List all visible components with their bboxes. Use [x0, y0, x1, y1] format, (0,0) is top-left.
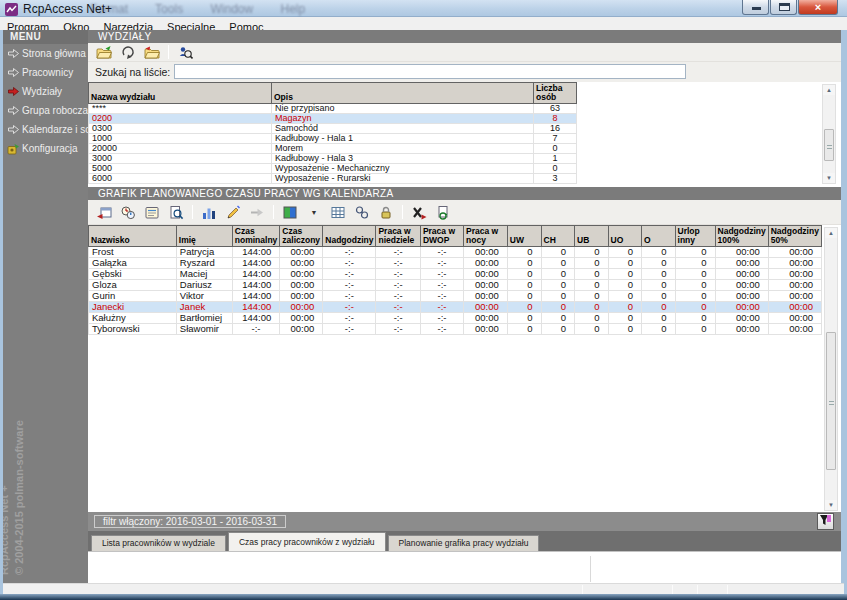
- departments-scrollbar[interactable]: ▲ ▼: [822, 84, 836, 184]
- filter-status: filtr włączony: 2016-03-01 - 2016-03-31: [94, 515, 286, 528]
- table-row[interactable]: TyborowskiSławomir-:-00:00-:--:--:-00:00…: [89, 324, 822, 335]
- column-header[interactable]: UB: [575, 226, 608, 247]
- sidebar-item-konfiguracja[interactable]: Konfiguracja: [3, 139, 88, 158]
- lock-icon[interactable]: [375, 203, 397, 221]
- sidebar-item-strona-główna[interactable]: Strona główna: [3, 44, 88, 63]
- sidebar-item-label: Pracownicy: [22, 67, 73, 78]
- new-folder-icon[interactable]: [93, 43, 115, 61]
- cell: 0: [675, 247, 715, 258]
- column-header[interactable]: Czas nominalny: [232, 226, 280, 247]
- close-button[interactable]: ×: [798, 0, 838, 15]
- ghost-menu-artifact: Format Tools Window Help: [90, 2, 305, 16]
- column-header[interactable]: UO: [608, 226, 642, 247]
- schedule-scrollbar[interactable]: ▲ ▼: [824, 227, 838, 511]
- table-row[interactable]: 6000Wyposażenie - Rurarski3: [89, 174, 577, 184]
- redo-icon[interactable]: [117, 43, 139, 61]
- column-header[interactable]: Liczba osób: [534, 83, 577, 104]
- edit-icon[interactable]: [222, 203, 244, 221]
- find-user-icon[interactable]: [174, 43, 196, 61]
- cell: Gloza: [89, 280, 177, 291]
- table-row[interactable]: GębskiMaciej144:0000:00-:--:--:-00:00000…: [89, 269, 822, 280]
- search-input[interactable]: [174, 64, 686, 79]
- table-row[interactable]: 20000Morem0: [89, 144, 577, 154]
- cell: 00:00: [280, 302, 323, 313]
- table-row[interactable]: GałązkaRyszard144:0000:00-:--:--:-00:000…: [89, 258, 822, 269]
- palette-icon[interactable]: [279, 203, 301, 221]
- grid-icon[interactable]: [327, 203, 349, 221]
- filter-button[interactable]: [817, 513, 834, 530]
- column-header[interactable]: Praca w nocy: [464, 226, 508, 247]
- column-header[interactable]: Nazwa wydziału: [89, 83, 272, 104]
- cell: 0: [675, 324, 715, 335]
- form-icon[interactable]: [141, 203, 163, 221]
- sidebar-item-label: Wydziały: [22, 86, 62, 97]
- column-header[interactable]: UW: [507, 226, 541, 247]
- table-row[interactable]: JaneckiJanek144:0000:00-:--:--:-00:00000…: [89, 302, 822, 313]
- move-icon[interactable]: [246, 203, 268, 221]
- column-header[interactable]: Nadgodziny 50%: [768, 226, 821, 247]
- page-refresh-icon[interactable]: [432, 203, 454, 221]
- excel-export-icon[interactable]: [408, 203, 430, 221]
- sidebar-item-grupa-robocza[interactable]: Grupa robocza: [3, 101, 88, 120]
- cell: 00:00: [464, 324, 508, 335]
- bar-chart-icon[interactable]: [198, 203, 220, 221]
- scroll-thumb[interactable]: [824, 129, 834, 161]
- status-divider: [672, 585, 673, 594]
- table-row[interactable]: 0200Magazyn8: [89, 114, 577, 124]
- table-row[interactable]: KałużnyBartłomiej144:0000:00-:--:--:-00:…: [89, 313, 822, 324]
- table-row[interactable]: 5000Wyposażenie - Mechaniczny0: [89, 164, 577, 174]
- cell: 0: [575, 269, 608, 280]
- column-header[interactable]: Nadgodziny: [323, 226, 376, 247]
- copy-cells-icon[interactable]: [351, 203, 373, 221]
- column-header[interactable]: O: [642, 226, 675, 247]
- table-row[interactable]: GlozaDariusz144:0000:00-:--:--:-00:00000…: [89, 280, 822, 291]
- tab-1[interactable]: Lista pracowników w wydziale: [91, 535, 226, 551]
- column-header[interactable]: Nadgodziny 100%: [715, 226, 768, 247]
- clock-icon[interactable]: [117, 203, 139, 221]
- minimize-button[interactable]: [742, 0, 769, 15]
- title-bar[interactable]: RcpAccess Net+ Format Tools Window Help …: [0, 0, 847, 17]
- maximize-button[interactable]: [770, 0, 797, 15]
- scroll-down-icon[interactable]: ▼: [825, 500, 837, 510]
- sidebar-item-kalendarze-i-schematy[interactable]: Kalendarze i schematy: [3, 120, 88, 139]
- cell: 00:00: [768, 280, 821, 291]
- cell: -:-: [420, 313, 463, 324]
- search-doc-icon[interactable]: [165, 203, 187, 221]
- tab-3[interactable]: Planowanie grafika pracy wydziału: [388, 535, 540, 551]
- column-header[interactable]: Urlop inny: [675, 226, 715, 247]
- table-row[interactable]: 1000Kadłubowy - Hala 17: [89, 134, 577, 144]
- column-header[interactable]: Praca w DWOP: [420, 226, 463, 247]
- cell: 00:00: [715, 313, 768, 324]
- table-row[interactable]: 0300Samochód16: [89, 124, 577, 134]
- table-row[interactable]: FrostPatrycja144:0000:00-:--:--:-00:0000…: [89, 247, 822, 258]
- column-header[interactable]: Opis: [272, 83, 534, 104]
- table-row[interactable]: 3000Kadłubowy - Hala 31: [89, 154, 577, 164]
- cell: 144:00: [232, 269, 280, 280]
- cell: 144:00: [232, 258, 280, 269]
- scroll-thumb[interactable]: [826, 332, 836, 470]
- scroll-up-icon[interactable]: ▲: [823, 85, 835, 95]
- scroll-up-icon[interactable]: ▲: [825, 228, 837, 238]
- column-header[interactable]: CH: [541, 226, 574, 247]
- export-grid-icon[interactable]: [93, 203, 115, 221]
- column-header[interactable]: Praca w niedziele: [376, 226, 420, 247]
- tab-2[interactable]: Czas pracy pracowników z wydziału: [228, 532, 386, 551]
- cell: Bartłomiej: [176, 313, 232, 324]
- cell: 00:00: [280, 247, 323, 258]
- table-row[interactable]: GurinViktor144:0000:00-:--:--:-00:000000…: [89, 291, 822, 302]
- scroll-down-icon[interactable]: ▼: [823, 173, 835, 183]
- table-row[interactable]: ****Nie przypisano63: [89, 104, 577, 114]
- column-header[interactable]: Czas zaliczony: [280, 226, 323, 247]
- maximize-icon: [779, 3, 790, 11]
- caret-down-icon[interactable]: ▼: [303, 203, 325, 221]
- schedule-toolbar: ▼: [88, 200, 841, 225]
- column-header[interactable]: Imię: [176, 226, 232, 247]
- sidebar-item-wydziały[interactable]: Wydziały: [3, 82, 88, 101]
- cell: 0: [507, 269, 541, 280]
- sidebar-item-pracownicy[interactable]: Pracownicy: [3, 63, 88, 82]
- open-folder-icon[interactable]: [141, 43, 163, 61]
- cell: Samochód: [272, 124, 534, 134]
- cell: 0: [608, 269, 642, 280]
- column-header[interactable]: Nazwisko: [89, 226, 177, 247]
- watermark: RcpAccess Net + © 2004-2015 polman-softw…: [3, 420, 27, 575]
